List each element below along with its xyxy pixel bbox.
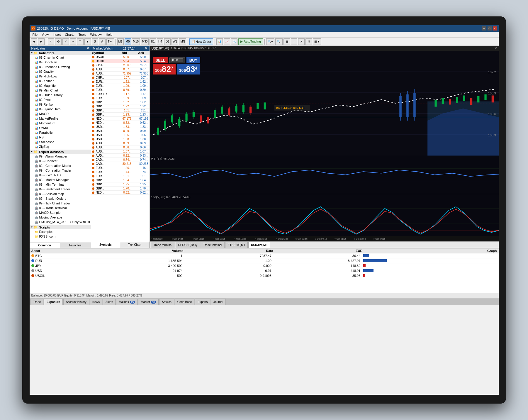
nav-alarm-manager[interactable]: 🤖 IG - Alarm Manager: [30, 154, 91, 159]
nav-tick-chart-trader[interactable]: 🤖 IG - Tick Chart Trader: [30, 201, 91, 206]
nav-tab-favorites[interactable]: Favorites: [60, 243, 91, 248]
mw-row-eur4[interactable]: EUR... 1.09... 1.09...: [91, 96, 150, 100]
chart-tab-usdchf[interactable]: USDCHF,Daily: [176, 242, 200, 248]
nav-session-map[interactable]: 🤖 IG - Session map: [30, 192, 91, 196]
menu-file[interactable]: File: [31, 33, 40, 37]
nav-macd[interactable]: 📊 MACD: [30, 111, 91, 116]
close-button[interactable]: ✕: [493, 26, 497, 31]
minimize-button[interactable]: ─: [482, 26, 486, 31]
new-order-btn[interactable]: 📋 New Order: [189, 38, 213, 45]
nav-scripts-header[interactable]: ▼ 📁 Scripts: [30, 225, 91, 229]
nav-fxssi[interactable]: 📁 FXSSI.com: [30, 234, 91, 239]
mw-row-nzd1[interactable]: NZD... 67.178 67.198: [91, 117, 150, 121]
nav-excel-rtd[interactable]: 🤖 IG - Excel RTD: [30, 173, 91, 177]
settings-btn[interactable]: ⚙: [305, 38, 312, 45]
term-tab-journal[interactable]: Journal: [211, 299, 226, 305]
tf-m5[interactable]: M5: [125, 38, 131, 45]
chart-close-icon[interactable]: ✕: [494, 46, 497, 50]
nav-marketprofile[interactable]: 📊 MarketProfile: [30, 116, 91, 121]
forward-button[interactable]: ►: [38, 38, 45, 45]
nav-tab-common[interactable]: Common: [30, 243, 60, 248]
tf-mn[interactable]: MN: [179, 38, 186, 45]
zoom-out-btn[interactable]: 🔍-: [275, 38, 283, 45]
mw-row-eur3[interactable]: EUR... 0.89... 0.89...: [91, 88, 150, 92]
nav-macd-sample[interactable]: 🤖 MACD Sample: [30, 210, 91, 215]
tf-m1[interactable]: M1: [117, 38, 124, 45]
mw-row-usd1[interactable]: USD... 1.33... 1.33...: [91, 125, 150, 129]
term-tab-trade[interactable]: Trade: [31, 299, 44, 305]
nav-corr-matrix[interactable]: 🤖 IG - Correlation Matrix: [30, 163, 91, 168]
text-tool[interactable]: T: [77, 38, 84, 45]
chart-view-btn[interactable]: ▦: [283, 38, 290, 45]
nav-corr-trader[interactable]: 🤖 IG - Correlation Trader: [30, 168, 91, 173]
nav-ig-orderhistory[interactable]: 📊 IG Order History: [30, 93, 91, 97]
mw-close[interactable]: ✕: [145, 46, 147, 50]
term-tab-articles[interactable]: Articles: [159, 299, 174, 305]
chart-btn3[interactable]: 📉: [231, 38, 237, 45]
mw-row-usoil[interactable]: USOIL 53.0... 53.0...: [91, 55, 150, 59]
line-chart-btn[interactable]: ↗: [298, 38, 305, 45]
nav-ea-header[interactable]: ▼ 📁 Expert Advisors: [30, 150, 91, 154]
nav-sentiment-trader[interactable]: 🤖 IG - Sentiment Trader: [30, 187, 91, 192]
chart-tab-usdjpy[interactable]: USDJPY,M5: [248, 242, 270, 248]
tf-h4[interactable]: H4: [157, 38, 163, 45]
term-tab-account-history[interactable]: Account History: [63, 299, 89, 305]
mw-row-eur2[interactable]: EUR... 1.09... 1.09...: [91, 84, 150, 88]
menu-help[interactable]: Help: [104, 33, 114, 37]
zoom-in-btn[interactable]: 🔍+: [266, 38, 274, 45]
dropdown-tool[interactable]: ▼: [84, 38, 91, 45]
more-btn[interactable]: ▦▼: [313, 38, 321, 45]
mw-row-aud2[interactable]: AUD... 71.952 71.965: [91, 72, 150, 76]
mw-row-aud1[interactable]: AUD... 0.67... 0.67...: [91, 67, 150, 72]
menu-tools[interactable]: Tools: [77, 33, 88, 37]
nav-zigzag[interactable]: 📊 ZigZag: [30, 144, 91, 149]
nav-parabolic[interactable]: 📊 Parabolic: [30, 130, 91, 135]
tf-w1[interactable]: W1: [172, 38, 178, 45]
mw-row-ftse[interactable]: FTSE... 7166.6 7167.6: [91, 63, 150, 67]
mw-row-gbp2[interactable]: GBP... 1.22... 1.22...: [91, 104, 150, 109]
menu-window[interactable]: Window: [89, 33, 103, 37]
mw-row-eurjpy[interactable]: EURJPY 117... 117...: [91, 92, 150, 96]
mw-row-gbp3[interactable]: GBP... 131... 131...: [91, 109, 150, 113]
menu-charts[interactable]: Charts: [63, 33, 76, 37]
mw-row-usd3[interactable]: USD... 106... 106...: [91, 133, 150, 137]
nav-rsi[interactable]: 📊 RSI: [30, 135, 91, 140]
nav-mini-terminal[interactable]: 🤖 IG - Mini Terminal: [30, 182, 91, 187]
bold-tool[interactable]: B: [92, 38, 98, 45]
nav-ig-freehand[interactable]: 📊 IG Freehand Drawing: [30, 65, 91, 69]
text-a-tool[interactable]: A: [99, 38, 106, 45]
nav-osma[interactable]: 📊 OsMA: [30, 126, 91, 130]
mw-row-gbp5[interactable]: GBP... 1.64... 1.64...: [91, 178, 150, 182]
mw-row-eur7[interactable]: EUR... 1.51... 1.51...: [91, 174, 150, 178]
navigator-close[interactable]: ✕: [86, 46, 89, 50]
mw-row-usd4[interactable]: USD... 1.38... 1.38...: [91, 137, 150, 141]
term-tab-exposure[interactable]: Exposure: [44, 299, 63, 305]
nav-ig-donchian[interactable]: 📊 IG Donchian: [30, 60, 91, 65]
nav-ig-chart-in-chart[interactable]: 📊 IG Chart-In-Chart: [30, 55, 91, 60]
mw-row-eur6[interactable]: EUR... 1.74... 1.74...: [91, 170, 150, 174]
chart-btn1[interactable]: 📊: [216, 38, 223, 45]
nav-momentum[interactable]: 📊 Momentum: [30, 121, 91, 126]
mw-row-aud5[interactable]: AUD... 1.07... 1.07...: [91, 150, 150, 154]
nav-market-manager[interactable]: 🤖 IG - Market Manager: [30, 177, 91, 182]
nav-ig-keltner[interactable]: 📊 IG Keltner: [30, 79, 91, 83]
tf-h1[interactable]: H1: [150, 38, 156, 45]
tf-m15[interactable]: M15: [132, 38, 140, 45]
tf-d1[interactable]: D1: [164, 38, 171, 45]
tf-dropdown[interactable]: T▼: [106, 38, 114, 45]
nav-ig-gravity[interactable]: 📊 IG Gravity: [30, 69, 91, 74]
nav-ig-renko[interactable]: 📊 IG Renko: [30, 102, 91, 107]
cursor-tool[interactable]: ↖: [48, 38, 54, 45]
sell-button[interactable]: SELL: [153, 57, 168, 63]
nav-piafirst[interactable]: 🤖 PIAFirst_MT4_v3.1 IG Only With DLL: [30, 220, 91, 224]
crosshair-tool[interactable]: ✛: [55, 38, 62, 45]
chart-tab-trade-terminal-1[interactable]: Trade terminal: [151, 242, 175, 248]
nav-ig-symbolinfo[interactable]: 📊 IG Symbol Info: [30, 107, 91, 111]
spread-input[interactable]: [172, 58, 183, 62]
mw-row-eur1[interactable]: EUR... 1.62... 1.62...: [91, 80, 150, 84]
mw-tab-symbols[interactable]: Symbols: [91, 242, 120, 248]
term-tab-news[interactable]: News: [90, 299, 102, 305]
bar-chart-btn[interactable]: ↕: [291, 38, 297, 45]
nav-indicators-header[interactable]: ▼ 📁 Indicators: [30, 51, 91, 55]
nav-ig-pivot[interactable]: 📊 IG Pivot: [30, 97, 91, 102]
